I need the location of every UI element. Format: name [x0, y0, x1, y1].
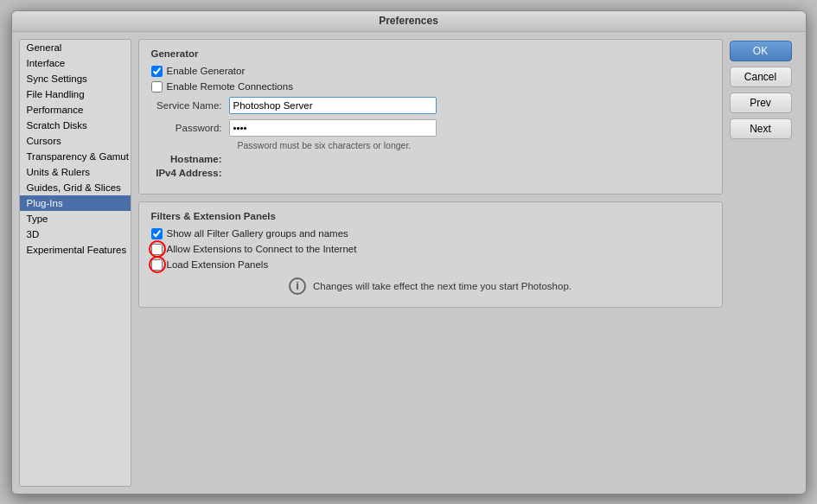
filters-section: Filters & Extension Panels Show all Filt… — [138, 201, 723, 308]
sidebar-item-transparency[interactable]: Transparency & Gamut — [20, 149, 131, 164]
preferences-dialog: Preferences GeneralInterfaceSync Setting… — [11, 10, 807, 494]
sidebar-item-file-handling[interactable]: File Handling — [20, 86, 131, 102]
info-text: Changes will take effect the next time y… — [313, 281, 571, 291]
sidebar-item-3d[interactable]: 3D — [20, 226, 131, 242]
enable-generator-row: Enable Generator — [151, 66, 710, 77]
show-filter-gallery-label: Show all Filter Gallery groups and names — [167, 228, 348, 239]
generator-section-title: Generator — [151, 48, 710, 59]
show-filter-gallery-row: Show all Filter Gallery groups and names — [151, 228, 710, 239]
dialog-title: Preferences — [379, 15, 438, 27]
hostname-label: Hostname: — [151, 154, 229, 164]
sidebar-item-cursors[interactable]: Cursors — [20, 133, 131, 149]
sidebar-item-sync-settings[interactable]: Sync Settings — [20, 71, 131, 86]
enable-generator-checkbox[interactable] — [151, 66, 163, 77]
enable-remote-label: Enable Remote Connections — [167, 81, 293, 92]
sidebar-item-plug-ins[interactable]: Plug-Ins — [20, 195, 131, 211]
sidebar-item-general[interactable]: General — [20, 40, 131, 55]
sidebar-item-type[interactable]: Type — [20, 211, 131, 226]
sidebar-item-performance[interactable]: Performance — [20, 102, 131, 118]
enable-remote-checkbox[interactable] — [151, 81, 163, 93]
allow-extensions-label: Allow Extensions to Connect to the Inter… — [167, 244, 357, 254]
cancel-button[interactable]: Cancel — [730, 67, 792, 87]
info-icon: i — [289, 278, 306, 295]
password-hint: Password must be six characters or longe… — [238, 140, 710, 150]
ok-button[interactable]: OK — [730, 41, 792, 61]
allow-extensions-checkbox[interactable] — [151, 244, 163, 255]
service-name-input[interactable] — [229, 97, 437, 114]
sidebar-item-experimental[interactable]: Experimental Features — [20, 242, 131, 258]
next-button[interactable]: Next — [730, 118, 792, 139]
password-input[interactable] — [229, 119, 437, 137]
generator-section: Generator Enable Generator Enable Remote… — [138, 39, 723, 195]
button-column: OK Cancel Prev Next — [730, 39, 799, 487]
ipv4-row: IPv4 Address: — [151, 168, 710, 178]
prev-button[interactable]: Prev — [730, 93, 792, 113]
main-content: Generator Enable Generator Enable Remote… — [138, 39, 723, 487]
load-extension-panels-checkbox[interactable] — [151, 259, 163, 271]
load-extension-panels-label: Load Extension Panels — [167, 259, 269, 270]
sidebar-item-interface[interactable]: Interface — [20, 55, 131, 71]
show-filter-gallery-checkbox[interactable] — [151, 228, 163, 239]
ipv4-label: IPv4 Address: — [151, 168, 229, 178]
sidebar-item-scratch-disks[interactable]: Scratch Disks — [20, 118, 131, 133]
password-label: Password: — [151, 123, 229, 133]
load-extension-panels-row: Load Extension Panels — [151, 259, 710, 271]
sidebar-item-units-rulers[interactable]: Units & Rulers — [20, 164, 131, 180]
service-name-label: Service Name: — [151, 100, 229, 111]
dialog-titlebar: Preferences — [12, 11, 806, 32]
sidebar: GeneralInterfaceSync SettingsFile Handli… — [19, 39, 131, 487]
sidebar-item-guides[interactable]: Guides, Grid & Slices — [20, 180, 131, 195]
enable-generator-label: Enable Generator — [167, 66, 246, 76]
enable-remote-row: Enable Remote Connections — [151, 81, 710, 93]
allow-extensions-row: Allow Extensions to Connect to the Inter… — [151, 244, 710, 255]
info-row: i Changes will take effect the next time… — [151, 278, 710, 295]
filters-section-title: Filters & Extension Panels — [151, 211, 710, 221]
hostname-row: Hostname: — [151, 154, 710, 164]
service-name-row: Service Name: — [151, 97, 710, 114]
password-row: Password: — [151, 119, 710, 137]
